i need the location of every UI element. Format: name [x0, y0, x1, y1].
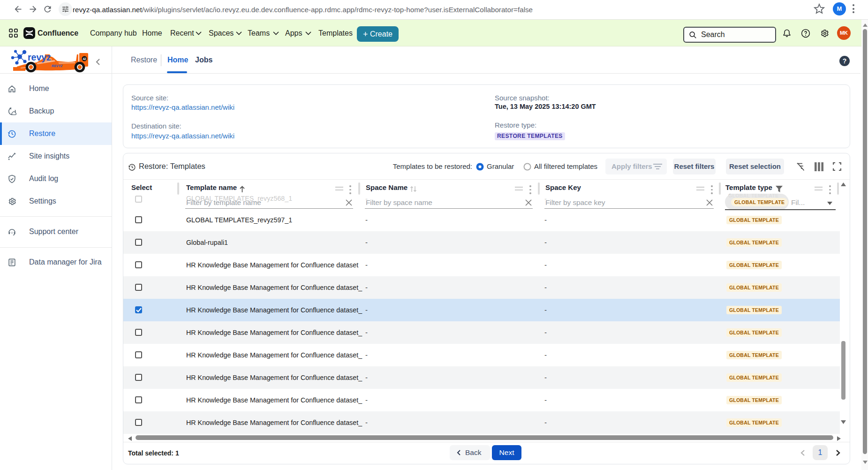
svg-text:revyz: revyz — [28, 52, 51, 62]
svg-text:REVYZ: REVYZ — [52, 64, 63, 68]
svg-text:42: 42 — [83, 57, 86, 61]
